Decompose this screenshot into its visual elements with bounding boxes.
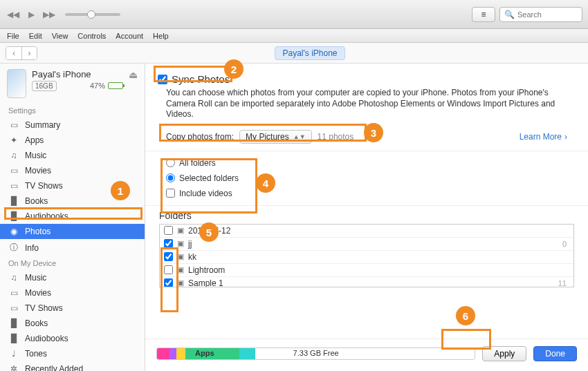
sidebar-item-label: Movies — [25, 288, 51, 298]
sidebar-item-tv-shows[interactable]: ▭TV Shows — [0, 178, 145, 193]
folder-name: 2016-07-12 — [188, 226, 230, 236]
sidebar-icon: ▭ — [8, 288, 19, 298]
folder-row[interactable]: ▣kk — [160, 251, 573, 264]
sidebar-icon: ▭ — [8, 181, 19, 191]
include-videos-checkbox[interactable] — [166, 189, 175, 198]
menu-account[interactable]: Account — [116, 32, 143, 40]
sidebar-item-recently-added[interactable]: ✲Recently Added — [0, 361, 145, 371]
sidebar-item-label: Music — [25, 151, 46, 160]
sidebar-item-books[interactable]: ▉Books — [0, 316, 145, 331]
sidebar-item-label: Tones — [25, 349, 47, 359]
menu-edit[interactable]: Edit — [29, 32, 42, 40]
folder-checkbox[interactable] — [164, 239, 173, 248]
learn-more-link[interactable]: Learn More › — [520, 132, 567, 142]
sidebar-item-label: Photos — [25, 227, 50, 236]
option-all-folders[interactable]: All folders — [166, 158, 567, 168]
sidebar-item-tv-shows[interactable]: ▭TV Shows — [0, 301, 145, 316]
radio-selected-label: Selected folders — [179, 173, 239, 183]
sidebar-icon: ▭ — [8, 120, 19, 130]
sidebar-item-tones[interactable]: ♩Tones — [0, 346, 145, 361]
radio-selected-folders[interactable] — [166, 173, 175, 182]
folder-row[interactable]: ▣jj0 — [160, 238, 573, 251]
folder-checkbox[interactable] — [164, 226, 173, 235]
play-button[interactable]: ▶ — [24, 7, 39, 22]
copy-from-dropdown[interactable]: My Pictures ▲▼ — [239, 130, 312, 144]
storage-segment — [239, 348, 255, 359]
device-thumbnail — [7, 69, 26, 98]
folder-row[interactable]: ▣Lightroom — [160, 264, 573, 277]
main-panel: Sync Photos You can choose which photos … — [145, 64, 588, 371]
photo-count: 11 photos — [318, 132, 354, 142]
radio-all-label: All folders — [179, 158, 216, 168]
sidebar-item-info[interactable]: ⓘInfo — [0, 239, 145, 256]
sidebar-item-apps[interactable]: ✦Apps — [0, 133, 145, 148]
rewind-button[interactable]: ◀◀ — [6, 7, 21, 22]
radio-all-folders[interactable] — [166, 158, 175, 167]
folder-icon: ▣ — [177, 252, 184, 261]
apply-button[interactable]: Apply — [482, 346, 526, 361]
folders-header: Folders — [145, 206, 588, 224]
sidebar-item-books[interactable]: ▉Books — [0, 193, 145, 209]
folder-row[interactable]: ▣Sample 111 — [160, 277, 573, 287]
menu-file[interactable]: File — [7, 32, 19, 40]
sidebar-icon: ♫ — [8, 273, 19, 283]
storage-apps-label: Apps — [195, 349, 214, 357]
copy-from-label: Copy photos from: — [166, 132, 234, 142]
folder-checkbox[interactable] — [164, 265, 173, 274]
volume-slider[interactable] — [65, 13, 120, 16]
folder-checkbox[interactable] — [164, 278, 173, 287]
sidebar-icon: ♫ — [8, 151, 19, 160]
folder-name: jj — [188, 239, 192, 249]
sync-photos-checkbox[interactable] — [158, 75, 167, 84]
sidebar-item-movies[interactable]: ▭Movies — [0, 163, 145, 178]
battery-percent: 47% — [90, 82, 105, 90]
done-button[interactable]: Done — [533, 346, 577, 361]
menu-view[interactable]: View — [52, 32, 68, 40]
menu-help[interactable]: Help — [153, 32, 169, 40]
option-selected-folders[interactable]: Selected folders — [166, 173, 567, 183]
eject-button[interactable]: ⏏ — [129, 69, 138, 80]
storage-free-label: 7.33 GB Free — [293, 349, 339, 357]
sidebar-item-audiobooks[interactable]: ▉Audiobooks — [0, 209, 145, 224]
sidebar-icon: ✲ — [8, 364, 19, 371]
sidebar-icon: ▭ — [8, 303, 19, 313]
menu-controls[interactable]: Controls — [77, 32, 106, 40]
device-capacity-badge: 16GB — [32, 81, 57, 91]
dropdown-arrows-icon: ▲▼ — [293, 133, 306, 140]
sidebar-item-movies[interactable]: ▭Movies — [0, 285, 145, 301]
forward-button[interactable]: ▶▶ — [42, 7, 57, 22]
sidebar-icon: ▉ — [8, 318, 19, 328]
sidebar-item-label: Books — [25, 196, 48, 206]
device-name: Payal's iPhone — [32, 69, 123, 79]
forward-button-nav[interactable]: › — [21, 47, 37, 59]
toolbar: ◀◀ ▶ ▶▶ ≡ 🔍 — [0, 0, 588, 29]
sidebar-item-summary[interactable]: ▭Summary — [0, 117, 145, 133]
folder-icon: ▣ — [177, 239, 184, 248]
sidebar-item-audiobooks[interactable]: ▉Audiobooks — [0, 331, 145, 346]
folder-icon: ▣ — [177, 265, 184, 274]
sidebar-item-label: Audiobooks — [25, 211, 68, 221]
list-view-button[interactable]: ≡ — [472, 7, 495, 22]
back-button[interactable]: ‹ — [6, 47, 21, 59]
sidebar: Payal's iPhone 16GB 47% ⏏ Settings ▭Summ… — [0, 64, 145, 371]
sync-description: You can choose which photos from your co… — [145, 88, 588, 126]
storage-segment — [255, 348, 475, 359]
sidebar-item-music[interactable]: ♫Music — [0, 270, 145, 285]
search-input[interactable] — [517, 10, 573, 19]
folder-checkbox[interactable] — [164, 252, 173, 261]
search-box[interactable]: 🔍 — [499, 7, 582, 22]
sidebar-icon: ✦ — [8, 135, 19, 145]
folder-row[interactable]: ▣2016-07-12 — [160, 225, 573, 238]
storage-segment — [157, 348, 169, 359]
sidebar-icon: ♩ — [8, 349, 19, 359]
device-pill[interactable]: Payal's iPhone — [275, 46, 344, 60]
sidebar-item-label: Recently Added — [25, 364, 83, 371]
sidebar-icon: ▉ — [8, 334, 19, 343]
include-videos-label: Include videos — [179, 189, 232, 198]
menubar: File Edit View Controls Account Help — [0, 29, 588, 43]
battery-icon — [108, 82, 123, 89]
folder-list[interactable]: ▣2016-07-12▣jj0▣kk▣Lightroom▣Sample 111 — [159, 224, 574, 287]
sidebar-item-music[interactable]: ♫Music — [0, 148, 145, 163]
option-include-videos[interactable]: Include videos — [166, 189, 567, 198]
sidebar-item-photos[interactable]: ◉Photos — [0, 224, 145, 239]
